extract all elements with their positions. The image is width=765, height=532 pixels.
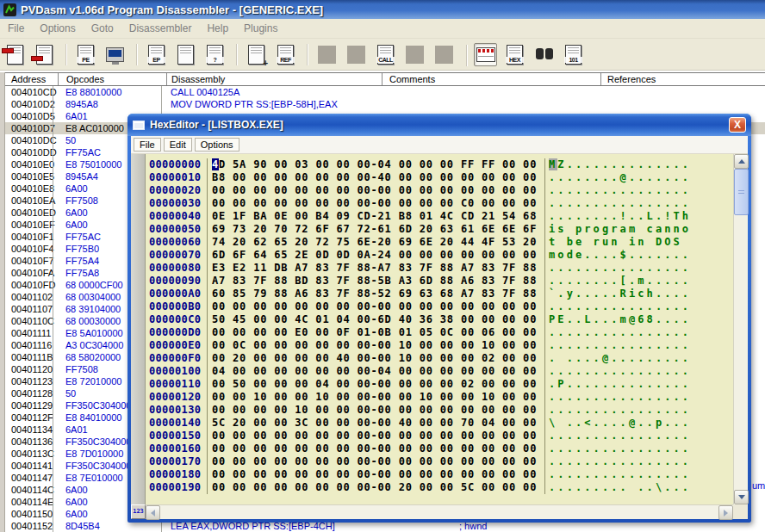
hex-bytes[interactable]: 69 73 20 70 72 6F 67 72-61 6D 20 63 61 6… (207, 223, 544, 236)
hex-row[interactable]: 000000706D 6F 64 65 2E 0D 0D 0A-24 00 00… (146, 249, 733, 262)
disassemble-button[interactable] (174, 43, 197, 66)
hexeditor-menu-options[interactable]: Options (195, 138, 239, 152)
hex-bytes[interactable]: A7 83 7F 88 BD 83 7F 88-5B A3 6D 88 A6 8… (207, 275, 544, 288)
menu-help[interactable]: Help (199, 22, 236, 34)
hex-bytes[interactable]: E3 E2 11 DB A7 83 7F 88-A7 83 7F 88 A7 8… (207, 262, 544, 275)
hex-ascii[interactable]: ................ (544, 468, 691, 481)
hex-editor-button[interactable] (474, 43, 497, 66)
hex-bytes[interactable]: 5C 20 00 00 3C 00 00 00-00 40 00 00 70 0… (207, 417, 544, 430)
hex-ascii[interactable]: mode....$....... (544, 249, 691, 262)
table-row[interactable]: 004010D28945A8MOV DWORD PTR SS:[EBP-58H]… (5, 98, 765, 110)
hex-ascii[interactable]: ................ (544, 455, 691, 468)
close-file-button[interactable] (33, 43, 56, 66)
hex-ascii[interactable]: . ....@......... (544, 352, 691, 365)
hex-bytes[interactable]: 00 0C 00 00 00 00 00 00-00 10 00 00 00 1… (207, 339, 544, 352)
offset-base-toggle-button[interactable]: 123 (131, 504, 146, 519)
hex-row[interactable]: 0000012000 00 10 00 00 10 00 00-00 00 10… (146, 391, 733, 404)
hex-view-button[interactable]: HEX (503, 43, 526, 66)
insert-comment-button[interactable] (245, 43, 268, 66)
menu-goto[interactable]: Goto (84, 22, 121, 34)
hex-bytes[interactable]: 00 00 00 00 00 00 00 00-00 00 00 00 00 0… (207, 455, 544, 468)
hex-bytes[interactable]: 00 20 00 00 00 00 40 00-00 10 00 00 00 0… (207, 352, 544, 365)
hex-row[interactable]: 000000D000 00 00 00 E0 00 0F 01-0B 01 05… (146, 326, 733, 339)
entry-point-button[interactable]: EP (145, 43, 168, 66)
dos-header-button[interactable] (103, 43, 127, 66)
hex-bytes[interactable]: 00 00 00 00 00 00 00 00-00 00 00 00 00 0… (207, 184, 544, 197)
hex-bytes[interactable]: 4D 5A 90 00 03 00 00 00-04 00 00 00 FF F… (207, 158, 544, 171)
menu-plugins[interactable]: Plugins (236, 22, 285, 34)
pe-header-button[interactable]: PE (74, 43, 97, 66)
hex-bytes[interactable]: 00 50 00 00 00 04 00 00-00 00 00 00 02 0… (207, 378, 544, 391)
table-row[interactable]: 004010CDE8 88010000CALL 0040125A (5, 86, 765, 98)
hex-row[interactable]: 000000C050 45 00 00 4C 01 04 00-6D 40 36… (146, 313, 733, 326)
hex-row[interactable]: 000000F000 20 00 00 00 00 40 00-00 10 00… (146, 352, 733, 365)
hexeditor-menu-file[interactable]: File (134, 138, 161, 152)
hex-bytes[interactable]: 00 00 00 00 E0 00 0F 01-0B 01 05 0C 00 0… (207, 326, 544, 339)
hex-row[interactable]: 0000002000 00 00 00 00 00 00 00-00 00 00… (146, 184, 733, 197)
hex-ascii[interactable]: is program canno (544, 223, 691, 236)
horizontal-scrollbar[interactable] (146, 504, 733, 519)
call-list-button[interactable]: CALL (374, 43, 397, 66)
hex-row[interactable]: 000001405C 20 00 00 3C 00 00 00-00 40 00… (146, 417, 733, 430)
hex-ascii[interactable]: ................ (544, 442, 691, 455)
menu-options[interactable]: Options (32, 22, 83, 34)
hex-row[interactable]: 00000090A7 83 7F 88 BD 83 7F 88-5B A3 6D… (146, 275, 733, 288)
hex-bytes[interactable]: 00 00 00 00 00 00 00 00-00 20 00 00 5C 0… (207, 481, 544, 494)
hex-ascii[interactable]: ................ (544, 326, 691, 339)
scrollbar-thumb[interactable] (734, 169, 749, 215)
hex-row[interactable]: 00000010B8 00 00 00 00 00 00 00-40 00 00… (146, 171, 733, 184)
hex-row[interactable]: 0000003000 00 00 00 00 00 00 00-00 00 00… (146, 197, 733, 210)
hex-ascii[interactable]: ......... ..\... (544, 481, 691, 494)
hex-bytes[interactable]: 00 00 00 00 00 00 00 00-00 00 00 00 00 0… (207, 442, 544, 455)
scroll-left-icon[interactable] (146, 505, 160, 520)
hex-ascii[interactable]: t be run in DOS (544, 236, 691, 249)
hex-row[interactable]: 0000006074 20 62 65 20 72 75 6E-20 69 6E… (146, 236, 733, 249)
hex-ascii[interactable]: `.y.....Rich.... (544, 288, 691, 300)
scroll-right-icon[interactable] (718, 505, 733, 520)
hex-row[interactable]: 000000E000 0C 00 00 00 00 00 00-00 10 00… (146, 339, 733, 352)
hex-ascii[interactable]: ................ (544, 262, 691, 275)
hex-row[interactable]: 000000B000 00 00 00 00 00 00 00-00 00 00… (146, 300, 733, 313)
open-file-button[interactable] (3, 43, 27, 66)
hex-bytes[interactable]: 6D 6F 64 65 2E 0D 0D 0A-24 00 00 00 00 0… (207, 249, 544, 262)
vertical-scrollbar[interactable] (733, 154, 748, 504)
hex-row[interactable]: 0000019000 00 00 00 00 00 00 00-00 20 00… (146, 481, 733, 494)
hex-bytes[interactable]: 00 00 00 00 00 00 00 00-00 00 00 00 00 0… (207, 468, 544, 481)
hex-ascii[interactable]: ................ (544, 184, 691, 197)
scroll-down-icon[interactable] (734, 490, 749, 504)
hex-row[interactable]: 0000013000 00 00 00 10 00 00 00-00 00 00… (146, 404, 733, 417)
hex-bytes[interactable]: 04 00 00 00 00 00 00 00-04 00 00 00 00 0… (207, 365, 544, 378)
hex-row[interactable]: 0000017000 00 00 00 00 00 00 00-00 00 00… (146, 455, 733, 468)
search-button[interactable] (532, 43, 556, 66)
close-icon[interactable]: X (729, 117, 746, 133)
hex-ascii[interactable]: MZ.............. (544, 158, 691, 171)
hex-ascii[interactable]: ................ (544, 404, 691, 417)
hex-bytes[interactable]: B8 00 00 00 00 00 00 00-40 00 00 00 00 0… (207, 171, 544, 184)
hex-row[interactable]: 000000A060 85 79 88 A6 83 7F 88-52 69 63… (146, 288, 733, 300)
hex-bytes[interactable]: 00 00 00 00 00 00 00 00-00 00 00 00 00 0… (207, 300, 544, 313)
hex-row[interactable]: 00000080E3 E2 11 DB A7 83 7F 88-A7 83 7F… (146, 262, 733, 275)
hex-row[interactable]: 0000015000 00 00 00 00 00 00 00-00 00 00… (146, 430, 733, 442)
scroll-up-icon[interactable] (734, 154, 749, 169)
hex-ascii[interactable]: ................ (544, 430, 691, 442)
hex-ascii[interactable]: PE..L...m@68.... (544, 313, 691, 326)
menu-file[interactable]: File (0, 22, 32, 34)
references-button[interactable]: REF (274, 43, 297, 66)
hex-ascii[interactable]: \ ..<....@..p... (544, 417, 691, 430)
hex-bytes[interactable]: 00 00 00 00 10 00 00 00-00 00 00 00 00 0… (207, 404, 544, 417)
hex-bytes[interactable]: 0E 1F BA 0E 00 B4 09 CD-21 B8 01 4C CD 2… (207, 210, 544, 223)
main-titlebar[interactable]: PVDasm v1.06d Program Disassembler - [GE… (0, 0, 765, 19)
hex-ascii[interactable]: ................ (544, 197, 691, 210)
hex-row[interactable]: 0000005069 73 20 70 72 6F 67 72-61 6D 20… (146, 223, 733, 236)
hex-row[interactable]: 0000016000 00 00 00 00 00 00 00-00 00 00… (146, 442, 733, 455)
hex-row[interactable]: 0000010004 00 00 00 00 00 00 00-04 00 00… (146, 365, 733, 378)
binary-button[interactable]: 101 (562, 43, 585, 66)
hex-ascii[interactable]: .P.............. (544, 378, 691, 391)
hex-bytes[interactable]: 00 00 00 00 00 00 00 00-00 00 00 00 00 0… (207, 430, 544, 442)
menu-disassembler[interactable]: Disassembler (121, 22, 200, 34)
hex-row[interactable]: 000000400E 1F BA 0E 00 B4 09 CD-21 B8 01… (146, 210, 733, 223)
hex-ascii[interactable]: ........@....... (544, 171, 691, 184)
hex-row[interactable]: 000000004D 5A 90 00 03 00 00 00-04 00 00… (146, 158, 733, 171)
hex-ascii[interactable]: ................ (544, 365, 691, 378)
hex-row[interactable]: 0000018000 00 00 00 00 00 00 00-00 00 00… (146, 468, 733, 481)
